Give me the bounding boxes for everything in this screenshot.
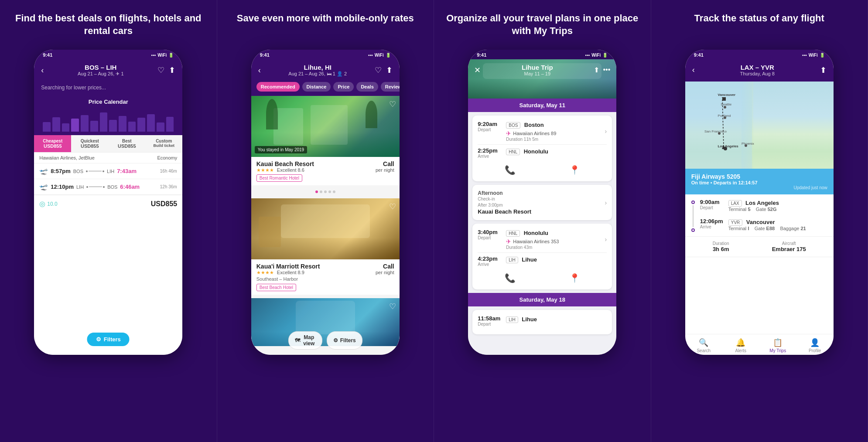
panel-3: Organize all your travel plans in one pl… xyxy=(434,0,651,442)
wifi-icon-4: WiFi xyxy=(809,53,818,58)
filters-button[interactable]: ⚙ Filters xyxy=(87,333,130,346)
p4-route-text: LAX – YVR xyxy=(695,64,820,71)
tab-custom[interactable]: Custom Build ticket xyxy=(145,135,182,152)
tab-cheapest-value: USD855 xyxy=(36,143,69,149)
signal-icon-4: ▪▪▪ xyxy=(802,53,807,58)
p4-vancouver-city: Vancouver xyxy=(746,219,775,225)
p1-route: BOS – LIH Aug 21 – Aug 26, ✈ 1 xyxy=(44,64,157,77)
p2-route-sub: Aug 21 – Aug 26, 🛏 1 👤 2 xyxy=(261,71,375,77)
nav-search[interactable]: 🔍 Search xyxy=(685,338,722,353)
flight-row-1[interactable]: 🛫 8:57pm BOS LIH 7:43am 16h 46m xyxy=(34,163,182,179)
p3-f2-depart-label: Depart xyxy=(478,235,502,240)
phone-icon-1[interactable]: 📞 xyxy=(505,165,516,175)
p3-trip-dates: May 11 – 19 xyxy=(481,71,594,76)
status-icons-2: ▪▪▪ WiFi 🔋 xyxy=(368,53,391,58)
share-icon-4[interactable]: ⬆ xyxy=(820,65,827,75)
hotel-filters-button[interactable]: ⚙ Filters xyxy=(327,331,362,350)
panel-4-title: Track the status of any flight xyxy=(694,12,824,40)
filter-price[interactable]: Price xyxy=(333,82,354,92)
p3-lih-badge: LIH xyxy=(506,257,518,263)
hotel-card-2[interactable]: ♡ Kaua'i Marriott Resort ★★★★ Excellent … xyxy=(251,198,400,295)
p3-boston-city: Boston xyxy=(524,122,544,128)
hotel-2-rating-text: Excellent 8.9 xyxy=(277,270,304,275)
score-display: ◎ 10.0 xyxy=(39,200,57,208)
p4-depart-airport: LAX Los Angeles Terminal 5 Gate 52G xyxy=(728,199,827,212)
more-icon[interactable]: ••• xyxy=(603,66,610,74)
p3-f2-arrive-detail: LIH Lihue xyxy=(506,255,607,267)
p3-close-icon[interactable]: ✕ xyxy=(474,65,481,75)
flight-1-arr-time: 7:43am xyxy=(117,168,137,174)
p3-hnl-2-badge: HNL xyxy=(506,230,520,237)
tab-best[interactable]: Best USD855 xyxy=(108,135,145,152)
p2-route-text: Lihue, HI xyxy=(261,64,375,71)
p3-flight-1-duration: Duration 11h 5m xyxy=(506,137,600,142)
heart-icon[interactable]: ♡ xyxy=(157,65,164,75)
status-icons-3: ▪▪▪ WiFi 🔋 xyxy=(585,53,608,58)
map-view-button[interactable]: 🗺 Map view xyxy=(288,331,322,350)
status-icons-4: ▪▪▪ WiFi 🔋 xyxy=(802,53,825,58)
dot-5 xyxy=(333,190,335,193)
p4-arrive-time: 12:06pm xyxy=(700,218,724,224)
panel-2-title: Save even more with mobile-only rates xyxy=(237,12,414,40)
hotel-card-1[interactable]: You stayed in May 2019 ♡ Kauai Beach Res… xyxy=(251,96,400,185)
p3-flight-card-3[interactable]: 11:58am Depart LIH Lihue xyxy=(472,310,612,334)
p4-depart-terminal: Terminal 5 Gate 52G xyxy=(728,207,827,212)
p3-f3-origin: LIH Lihue xyxy=(506,315,607,323)
filter-review[interactable]: Review sc... xyxy=(381,82,400,92)
panel-3-title: Organize all your travel plans in one pl… xyxy=(442,12,643,40)
p4-nav: ‹ LAX – YVR Thursday, Aug 8 ⬆ xyxy=(692,64,827,76)
hotel-3-heart-icon[interactable]: ♡ xyxy=(389,302,396,311)
tab-cheapest[interactable]: Cheapest USD855 xyxy=(34,135,71,152)
p4-baggage: 21 xyxy=(800,226,806,231)
p3-flight-1-origin: BOS Boston xyxy=(506,121,600,129)
bar-13 xyxy=(157,122,164,132)
hotel-2-stars-text: ★★★★ xyxy=(256,270,274,275)
filter-icon: ⚙ xyxy=(333,337,338,343)
share-icon-2[interactable]: ⬆ xyxy=(386,65,393,75)
p4-map-background: Vancouver Seattle Portland San Francisco… xyxy=(685,82,834,169)
p4-depart-section: 9:00am Depart LAX Los Angeles Terminal 5… xyxy=(700,199,827,232)
p3-flight-card-2[interactable]: 3:40pm Depart HNL Honolulu ✈ Hawaiian Ai… xyxy=(472,224,612,289)
p3-flight-card-1[interactable]: 9:20am Depart BOS Boston ✈ Hawaiian Airl… xyxy=(472,116,612,181)
p3-chevron-1: › xyxy=(605,128,607,135)
p3-hotel-checkin[interactable]: Afternoon Check-in After 3:00pm Kauai Be… xyxy=(472,185,612,220)
flight-2-depart-time: 12:10pm xyxy=(51,184,74,190)
p3-airline-2-name: Hawaiian Airlines 353 xyxy=(513,239,559,244)
bar-12 xyxy=(147,114,155,132)
share-icon[interactable]: ⬆ xyxy=(169,65,175,75)
nav-my-trips[interactable]: 📋 My Trips xyxy=(759,338,796,353)
tab-quickest[interactable]: Quickest USD855 xyxy=(71,135,108,152)
hotel-1-price: Call per night xyxy=(376,160,394,173)
bar-2 xyxy=(52,117,60,132)
nav-alerts[interactable]: 🔔 Alerts xyxy=(722,338,759,353)
hotel-2-heart-icon[interactable]: ♡ xyxy=(389,202,396,211)
filter-recommended[interactable]: Recommended xyxy=(256,82,300,92)
phone-4: 9:41 ▪▪▪ WiFi 🔋 ‹ LAX – YVR Thursday, Au… xyxy=(685,50,834,355)
flight-2-duration: 12h 36m xyxy=(160,184,177,189)
flight-row-2[interactable]: 🛫 12:10pm LIH BOS 6:46am 12h 36m xyxy=(34,179,182,195)
status-time-2: 9:41 xyxy=(260,52,270,58)
heart-icon-2[interactable]: ♡ xyxy=(375,65,382,75)
phone-icon-2[interactable]: 📞 xyxy=(505,273,516,283)
hotel-1-info: Kauai Beach Resort ★★★★ Excellent 8.6 Be… xyxy=(251,157,400,185)
location-icon-1[interactable]: 📍 xyxy=(569,165,580,175)
p4-content: 9:00am Depart LAX Los Angeles Terminal 5… xyxy=(685,194,834,334)
bar-6 xyxy=(90,121,98,132)
p4-date: Thursday, Aug 8 xyxy=(695,71,820,76)
hotel-1-heart-icon[interactable]: ♡ xyxy=(389,99,396,109)
nav-profile[interactable]: 👤 Profile xyxy=(796,338,834,353)
p4-aircraft-value: Embraer 175 xyxy=(772,246,806,252)
dot-2 xyxy=(320,190,322,193)
location-icon-2[interactable]: 📍 xyxy=(569,273,580,283)
p3-hnl-badge: HNL xyxy=(506,149,520,155)
p3-actions-1: 📞 📍 xyxy=(478,161,607,176)
filter-deals[interactable]: Deals xyxy=(356,82,378,92)
share-icon-3[interactable]: ⬆ xyxy=(594,66,599,74)
filter-distance[interactable]: Distance xyxy=(302,82,331,92)
p3-f2-arrive-col: 4:23pm Arrive xyxy=(478,255,502,267)
airline-names: Hawaiian Airlines, JetBlue xyxy=(39,155,95,160)
p1-search-bar: Searching for lower prices... xyxy=(34,82,182,95)
filter-sliders-icon: ⚙ xyxy=(96,336,101,343)
circle-icon: ◎ xyxy=(39,200,45,208)
hotel-2-call: Call xyxy=(376,263,394,270)
